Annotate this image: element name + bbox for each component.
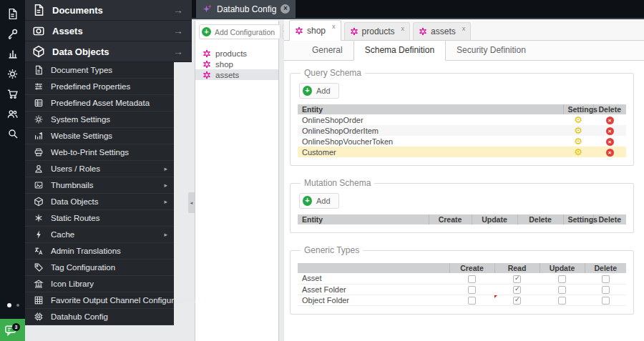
menu-item-tag-configuration[interactable]: Tag Configuration: [25, 260, 174, 276]
tag-icon: [34, 262, 44, 273]
menu-item-predefined-asset-metadata[interactable]: Predefined Asset Metadata: [25, 95, 174, 112]
tree-item-products[interactable]: products: [195, 48, 278, 59]
main-menu: Documents → Assets → Data Objects →: [25, 0, 192, 62]
shopping-cart-icon: [6, 88, 19, 100]
cube-icon: [32, 45, 45, 58]
query-schema-add-button[interactable]: + Add: [299, 83, 339, 99]
create-checkbox[interactable]: [468, 286, 476, 294]
table-row[interactable]: OnlineShopVoucherToken ⚙ ×: [298, 136, 626, 147]
delete-checkbox[interactable]: [602, 297, 610, 305]
settings-gear-icon[interactable]: ⚙: [574, 147, 582, 157]
translate-icon: [34, 246, 44, 257]
delete-icon[interactable]: ×: [606, 127, 614, 135]
subtab-security-definition[interactable]: Security Definition: [446, 41, 537, 60]
menu-item-web-to-print-settings[interactable]: Web-to-Print Settings: [25, 144, 174, 161]
tab-datahub-config[interactable]: Datahub Config ×: [196, 0, 296, 18]
tab-shop[interactable]: shop x: [289, 20, 341, 41]
tab-assets[interactable]: assets x: [413, 22, 471, 40]
tree-item-shop[interactable]: shop: [195, 59, 278, 69]
menu-documents[interactable]: Documents →: [25, 0, 192, 21]
panel-collapse-handle[interactable]: ◂: [188, 192, 195, 213]
menu-assets[interactable]: Assets →: [25, 21, 192, 41]
users-nav-button[interactable]: [0, 104, 25, 124]
arrow-right-icon: →: [173, 46, 183, 57]
config-edit-panel: shop x products x assets x General Schem…: [284, 19, 644, 341]
column-header-delete: Delete: [517, 214, 563, 224]
table-row[interactable]: OnlineShopOrderItem ⚙ ×: [298, 125, 626, 136]
menu-item-thumbnails[interactable]: Thumbnails▸: [25, 177, 174, 194]
column-header-delete: Delete: [593, 104, 626, 114]
update-checkbox[interactable]: [558, 297, 566, 305]
delete-icon[interactable]: ×: [606, 138, 614, 146]
definition-subtabs: General Schema Definition Security Defin…: [284, 41, 644, 61]
delete-icon[interactable]: ×: [606, 149, 614, 157]
menu-item-predefined-properties[interactable]: Predefined Properties: [25, 79, 174, 95]
mutation-schema-fieldset: Mutation Schema + Add Entity Create Upda…: [290, 178, 634, 233]
column-header-create: Create: [429, 214, 472, 224]
menu-item-favorite-output-channels[interactable]: Favorite Output Channel Configurations: [25, 292, 174, 309]
read-checkbox[interactable]: [513, 297, 521, 305]
ecommerce-nav-button[interactable]: [0, 84, 25, 104]
menu-item-document-types[interactable]: Document Types: [25, 62, 174, 79]
add-configuration-button[interactable]: + Add Configuration: [199, 24, 280, 39]
dirty-marker: [494, 295, 497, 298]
create-checkbox[interactable]: [468, 275, 476, 283]
menu-item-cache[interactable]: Cache▸: [25, 227, 174, 243]
reports-nav-button[interactable]: [0, 44, 25, 64]
wrench-icon: [6, 28, 19, 40]
menu-item-admin-translations[interactable]: Admin Translations: [25, 243, 174, 260]
menu-data-objects[interactable]: Data Objects →: [25, 41, 192, 62]
subtab-general[interactable]: General: [301, 41, 353, 60]
tree-item-assets[interactable]: assets: [195, 69, 278, 80]
chat-badge: 3: [12, 323, 20, 331]
menu-item-data-objects[interactable]: Data Objects▸: [25, 194, 174, 210]
chevron-right-icon: ▸: [164, 198, 167, 205]
graphql-star-icon: [419, 27, 427, 36]
chevron-right-icon: ▸: [164, 182, 167, 189]
chart-flag-icon: [34, 131, 44, 142]
column-header-delete: Delete: [585, 263, 626, 273]
documents-nav-button[interactable]: [0, 4, 25, 24]
read-checkbox[interactable]: [513, 275, 521, 283]
sparkle-icon: [202, 4, 213, 14]
read-checkbox[interactable]: [513, 286, 521, 294]
create-checkbox[interactable]: [468, 297, 476, 305]
delete-checkbox[interactable]: [602, 275, 610, 283]
mutation-schema-table: Entity Create Update Delete Settings Del…: [298, 214, 626, 224]
mutation-schema-add-button[interactable]: + Add: [299, 193, 339, 209]
menu-item-datahub-config[interactable]: Datahub Config: [25, 309, 174, 325]
plus-icon: +: [303, 196, 312, 206]
settings-gear-icon[interactable]: ⚙: [574, 125, 582, 136]
menu-item-system-settings[interactable]: System Settings: [25, 112, 174, 128]
users-icon: [6, 108, 19, 120]
close-icon[interactable]: x: [462, 25, 466, 32]
update-checkbox[interactable]: [558, 286, 566, 294]
table-row-selected[interactable]: Customer ⚙ ×: [298, 147, 626, 157]
metadata-grid-icon: [34, 98, 44, 109]
menu-item-icon-library[interactable]: Icon Library: [25, 276, 174, 292]
subtab-schema-definition[interactable]: Schema Definition: [353, 40, 446, 61]
delete-checkbox[interactable]: [602, 286, 610, 294]
menu-item-static-routes[interactable]: Static Routes: [25, 210, 174, 227]
bar-chart-icon: [7, 48, 19, 59]
column-header-read: Read: [494, 263, 540, 273]
close-icon[interactable]: x: [332, 23, 336, 30]
menu-item-users-roles[interactable]: Users / Roles▸: [25, 161, 174, 177]
status-dots: [7, 302, 23, 308]
tools-nav-button[interactable]: [0, 24, 25, 44]
tab-products[interactable]: products x: [344, 22, 411, 40]
update-checkbox[interactable]: [558, 275, 566, 283]
chat-button[interactable]: 3: [0, 319, 25, 341]
settings-gear-icon[interactable]: ⚙: [574, 114, 582, 125]
table-row[interactable]: OnlineShopOrder ⚙ ×: [298, 114, 626, 125]
chevron-right-icon: ▸: [164, 165, 167, 172]
search-nav-button[interactable]: [0, 124, 25, 144]
settings-nav-button[interactable]: [0, 64, 25, 84]
delete-icon[interactable]: ×: [606, 117, 614, 124]
menu-label: Assets: [52, 26, 83, 36]
close-icon[interactable]: ×: [280, 4, 290, 14]
close-icon[interactable]: x: [401, 25, 405, 32]
settings-gear-icon[interactable]: ⚙: [574, 136, 582, 147]
menu-item-website-settings[interactable]: Website Settings: [25, 128, 174, 144]
file-icon: [32, 4, 45, 16]
